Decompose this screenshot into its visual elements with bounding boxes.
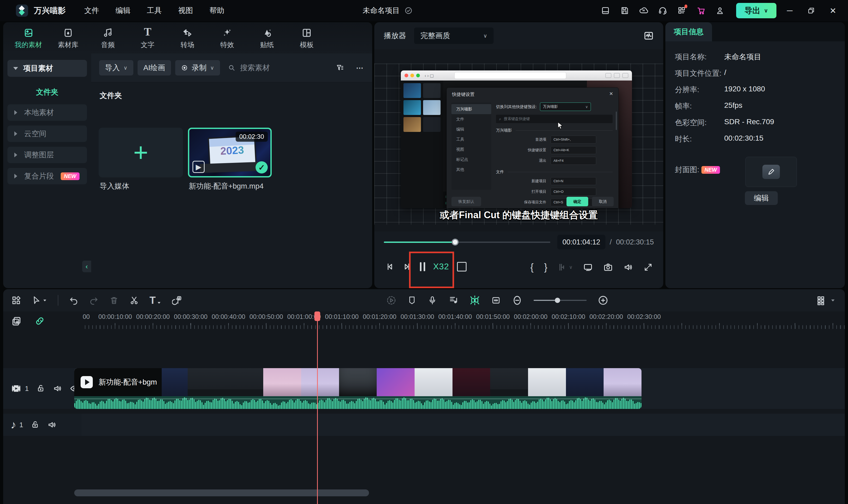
seek-bar[interactable] xyxy=(384,241,550,243)
mic-icon[interactable] xyxy=(428,295,437,305)
export-button[interactable]: 导出 ∨ xyxy=(736,3,776,18)
playhead-handle[interactable] xyxy=(314,311,320,321)
timeline-video-clip[interactable]: 新功能-配音+bgm xyxy=(74,368,641,409)
dialog-category-其他[interactable]: 其他 xyxy=(451,164,491,175)
filter-icon[interactable] xyxy=(336,64,344,72)
tab-文字[interactable]: T文字 xyxy=(128,22,168,54)
cloud-upload-icon[interactable] xyxy=(639,6,648,15)
mark-in-icon[interactable]: { xyxy=(531,262,534,273)
add-track-icon[interactable] xyxy=(11,316,22,326)
video-clip-tile[interactable]: 2023 00:02:30 ▶ ✓ xyxy=(188,128,272,177)
volume-icon[interactable] xyxy=(623,263,633,272)
save-icon[interactable] xyxy=(620,6,629,15)
tab-贴纸[interactable]: 贴纸 xyxy=(247,22,287,54)
tab-我的素材[interactable]: 我的素材 xyxy=(8,22,48,54)
trim-icon[interactable]: ∨ xyxy=(558,263,573,272)
fit-timeline-icon[interactable] xyxy=(491,295,501,305)
dialog-scrollbar[interactable] xyxy=(616,111,617,130)
dialog-category-万兴喵影[interactable]: 万兴喵影 xyxy=(451,104,491,114)
playhead[interactable] xyxy=(317,311,318,504)
dialog-category-编辑[interactable]: 编辑 xyxy=(451,124,491,134)
ai-paint-button[interactable]: AI绘画 xyxy=(138,60,171,75)
note-icon[interactable]: ♪ xyxy=(11,418,16,431)
dialog-category-文件[interactable]: 文件 xyxy=(451,114,491,124)
tab-project-info[interactable]: 项目信息 xyxy=(665,22,712,41)
link-icon[interactable] xyxy=(34,316,45,326)
dialog-search[interactable]: ⌕ 搜索键盘快捷键 xyxy=(496,115,612,123)
preset-select[interactable]: 万兴喵影∨ xyxy=(540,103,591,111)
split-mode-icon[interactable] xyxy=(469,295,480,306)
menu-编辑[interactable]: 编辑 xyxy=(116,5,131,16)
sidebar-group-project-assets[interactable]: 项目素材 xyxy=(7,60,87,77)
undo-icon[interactable] xyxy=(69,295,79,305)
dialog-category-标记点[interactable]: 标记点 xyxy=(451,155,491,164)
menu-文件[interactable]: 文件 xyxy=(84,5,99,16)
ok-button[interactable]: 确定 xyxy=(567,197,588,206)
timeline-zoom-slider[interactable] xyxy=(534,300,587,301)
audio-track[interactable]: ♪ 1 xyxy=(3,414,845,436)
restore-icon[interactable] xyxy=(808,7,815,14)
import-media-tile[interactable]: + xyxy=(99,128,183,177)
select-tool-icon[interactable] xyxy=(32,295,47,305)
mark-out-icon[interactable]: } xyxy=(544,262,548,273)
tab-模板[interactable]: 模板 xyxy=(287,22,327,54)
close-icon[interactable]: ✕ xyxy=(830,6,836,15)
menu-工具[interactable]: 工具 xyxy=(147,5,162,16)
sidebar-item-云空间[interactable]: 云空间 xyxy=(7,126,87,142)
sidebar-item-调整图层[interactable]: 调整图层 xyxy=(7,147,87,163)
prev-frame-icon[interactable] xyxy=(385,262,395,271)
record-button[interactable]: 录制∨ xyxy=(175,60,220,75)
shortcut-key-field[interactable]: Ctrl+O xyxy=(551,188,596,196)
speaker-icon[interactable] xyxy=(53,384,62,393)
tab-转场[interactable]: 转场 xyxy=(168,22,207,54)
zoom-in-icon[interactable] xyxy=(598,295,608,306)
speaker-icon[interactable] xyxy=(48,420,56,429)
quality-dropdown[interactable]: 完整画质 ∨ xyxy=(414,28,494,44)
dialog-close-icon[interactable]: ✕ xyxy=(609,91,613,97)
cancel-button[interactable]: 取消 xyxy=(592,197,614,206)
shortcut-key-field[interactable]: Alt+F4 xyxy=(551,157,596,165)
apps-icon[interactable] xyxy=(677,6,686,15)
user-icon[interactable] xyxy=(715,6,725,15)
preview-canvas[interactable]: ‹ › ▢ 快捷键设置 ✕ 万兴喵影文件编辑工具视图标记点其他 xyxy=(374,49,663,232)
timeline-ruler[interactable]: 00:00:0000:00:10:0000:00:20:0000:00:30:0… xyxy=(74,311,845,330)
display-device-icon[interactable] xyxy=(583,263,593,272)
shortcut-key-field[interactable]: Ctrl+Shift+, xyxy=(551,136,596,144)
timeline-scrollbar[interactable] xyxy=(74,489,369,496)
dialog-category-视图[interactable]: 视图 xyxy=(451,144,491,155)
scissors-icon[interactable] xyxy=(129,295,139,305)
edit-cover-button[interactable]: 编辑 xyxy=(745,191,778,205)
zoom-slider-handle[interactable] xyxy=(555,298,560,303)
pencil-icon[interactable] xyxy=(762,165,780,179)
app-logo-icon[interactable] xyxy=(16,4,28,17)
zoom-out-icon[interactable] xyxy=(512,295,522,306)
more-icon[interactable]: ⋯ xyxy=(356,64,364,72)
mixer-icon[interactable] xyxy=(448,295,458,305)
media-overlay-icon[interactable] xyxy=(11,295,21,305)
import-button[interactable]: 导入∨ xyxy=(99,60,133,75)
minimize-icon[interactable]: ─ xyxy=(787,6,793,15)
menu-视图[interactable]: 视图 xyxy=(178,5,193,16)
waveform-monitor-icon[interactable] xyxy=(644,31,654,41)
layout-icon[interactable] xyxy=(601,6,610,15)
film-track-icon[interactable] xyxy=(11,383,22,394)
media-search[interactable] xyxy=(228,63,332,72)
dialog-category-工具[interactable]: 工具 xyxy=(451,134,491,144)
snapshot-icon[interactable] xyxy=(603,263,613,272)
shortcut-key-field[interactable]: Ctrl+Alt+K xyxy=(551,146,596,154)
seek-handle[interactable] xyxy=(452,239,458,246)
text-tool-icon[interactable]: T xyxy=(150,295,161,306)
trash-icon[interactable] xyxy=(109,295,119,305)
search-input[interactable] xyxy=(240,63,320,72)
marker-icon[interactable] xyxy=(408,296,416,305)
cover-image-placeholder[interactable] xyxy=(745,157,797,187)
headset-icon[interactable] xyxy=(658,6,667,15)
menu-帮助[interactable]: 帮助 xyxy=(209,5,224,16)
shortcut-key-field[interactable]: Ctrl+N xyxy=(551,177,596,185)
render-preview-icon[interactable] xyxy=(386,295,396,305)
cart-icon[interactable] xyxy=(696,6,705,15)
stop-icon[interactable] xyxy=(457,262,467,271)
restore-default-button[interactable]: 恢复默认 xyxy=(451,197,481,206)
lock-open-icon[interactable] xyxy=(31,420,39,429)
lock-open-icon[interactable] xyxy=(37,384,45,393)
